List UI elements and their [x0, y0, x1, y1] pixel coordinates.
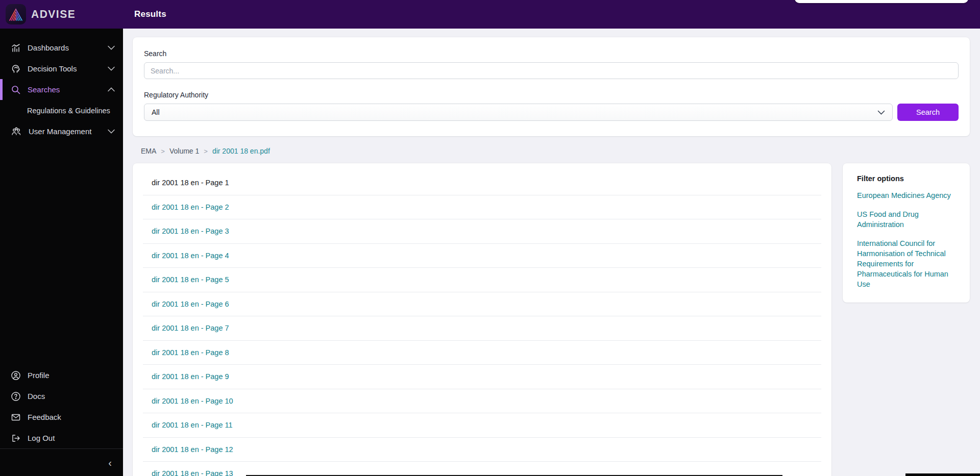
- search-input[interactable]: [144, 62, 959, 79]
- breadcrumb-separator: >: [204, 147, 208, 155]
- results-zone: dir 2001 18 en - Page 1 dir 2001 18 en -…: [133, 163, 970, 476]
- breadcrumb-separator: >: [161, 147, 165, 155]
- chevron-down-icon: [108, 45, 115, 50]
- logo-bar: ADVISE: [0, 0, 123, 29]
- user-circle-icon: [11, 370, 21, 381]
- list-item[interactable]: dir 2001 18 en - Page 5: [143, 268, 821, 292]
- chevron-down-icon: [877, 110, 885, 115]
- app-root: ADVISE Dashboards Decision Tools: [0, 0, 980, 476]
- bar-chart-icon: [11, 43, 21, 53]
- sidebar-item-label: User Management: [29, 127, 101, 136]
- sidebar-item-decision-tools[interactable]: Decision Tools: [0, 58, 123, 79]
- chevron-down-icon: [108, 66, 115, 71]
- sidebar-footer: Profile Docs Feedback Log Out: [0, 365, 123, 476]
- sidebar: ADVISE Dashboards Decision Tools: [0, 0, 123, 476]
- sidebar-item-label: Profile: [28, 371, 115, 380]
- logout-icon: [11, 433, 21, 443]
- advise-wordmark: ADVISE: [31, 8, 76, 20]
- content: Search Regulatory Authority All Search E…: [123, 29, 980, 476]
- sidebar-item-docs[interactable]: Docs: [0, 386, 123, 407]
- sidebar-item-log-out[interactable]: Log Out: [0, 428, 123, 448]
- sidebar-item-user-management[interactable]: User Management: [0, 121, 123, 142]
- list-item[interactable]: dir 2001 18 en - Page 4: [143, 244, 821, 268]
- breadcrumb-item-ema[interactable]: EMA: [141, 147, 156, 155]
- breadcrumb-item-volume[interactable]: Volume 1: [169, 147, 199, 155]
- bottom-scrollbar-thumb[interactable]: [905, 473, 980, 476]
- sidebar-item-label: Searches: [28, 85, 101, 94]
- sidebar-item-label: Log Out: [28, 434, 115, 442]
- breadcrumb: EMA > Volume 1 > dir 2001 18 en.pdf: [141, 147, 970, 155]
- list-item[interactable]: dir 2001 18 en - Page 13: [143, 462, 821, 476]
- filter-options-title: Filter options: [857, 174, 957, 183]
- users-icon: [11, 127, 22, 137]
- sidebar-item-profile[interactable]: Profile: [0, 365, 123, 386]
- search-panel: Search Regulatory Authority All Search: [133, 37, 970, 136]
- list-item[interactable]: dir 2001 18 en - Page 1: [143, 171, 821, 195]
- filter-link-ich[interactable]: International Council for Harmonisation …: [857, 238, 957, 289]
- sidebar-item-label: Dashboards: [28, 43, 101, 52]
- results-list: dir 2001 18 en - Page 1 dir 2001 18 en -…: [133, 163, 831, 476]
- list-item[interactable]: dir 2001 18 en - Page 3: [143, 219, 821, 244]
- sidebar-item-label: Regulations & Guidelines: [27, 107, 115, 115]
- sidebar-item-label: Decision Tools: [28, 64, 101, 73]
- question-circle-icon: [11, 391, 21, 402]
- page-title: Results: [134, 9, 166, 19]
- list-item[interactable]: dir 2001 18 en - Page 10: [143, 389, 821, 414]
- list-item[interactable]: dir 2001 18 en - Page 8: [143, 341, 821, 365]
- search-button[interactable]: Search: [897, 104, 959, 121]
- regulatory-authority-label: Regulatory Authority: [144, 91, 959, 99]
- filter-link-fda[interactable]: US Food and Drug Administration: [857, 209, 957, 230]
- breadcrumb-item-current-file[interactable]: dir 2001 18 en.pdf: [212, 147, 270, 155]
- top-header: Results: [123, 0, 980, 29]
- selected-authority: All: [152, 108, 877, 116]
- advise-logo-icon: [6, 4, 26, 24]
- filter-options-panel: Filter options European Medicines Agency…: [843, 163, 970, 303]
- sidebar-item-label: Feedback: [28, 413, 115, 421]
- sidebar-item-dashboards[interactable]: Dashboards: [0, 37, 123, 58]
- collapse-sidebar-icon[interactable]: ‹: [108, 458, 112, 468]
- mail-icon: [11, 412, 21, 422]
- sidebar-item-regulations-guidelines[interactable]: Regulations & Guidelines: [0, 100, 123, 121]
- list-item[interactable]: dir 2001 18 en - Page 9: [143, 365, 821, 389]
- list-item[interactable]: dir 2001 18 en - Page 12: [143, 438, 821, 462]
- filter-link-ema[interactable]: European Medicines Agency: [857, 190, 957, 201]
- sidebar-collapse-row: ‹: [0, 448, 123, 476]
- sidebar-item-label: Docs: [28, 392, 115, 400]
- chevron-up-icon: [108, 87, 115, 92]
- list-item[interactable]: dir 2001 18 en - Page 2: [143, 195, 821, 220]
- regulatory-authority-select[interactable]: All: [144, 104, 893, 121]
- search-icon: [11, 85, 21, 95]
- chevron-down-icon: [108, 129, 115, 134]
- search-label: Search: [144, 49, 959, 58]
- main-area: Results Search Regulatory Authority All …: [123, 0, 980, 476]
- list-item[interactable]: dir 2001 18 en - Page 6: [143, 292, 821, 317]
- brain-head-icon: [11, 64, 21, 74]
- sidebar-nav: Dashboards Decision Tools Searches: [0, 29, 123, 142]
- list-item[interactable]: dir 2001 18 en - Page 7: [143, 316, 821, 341]
- list-item[interactable]: dir 2001 18 en - Page 11: [143, 413, 821, 438]
- sidebar-item-feedback[interactable]: Feedback: [0, 407, 123, 428]
- top-cutoff-overlay: [795, 0, 968, 3]
- sidebar-item-searches[interactable]: Searches: [0, 79, 123, 100]
